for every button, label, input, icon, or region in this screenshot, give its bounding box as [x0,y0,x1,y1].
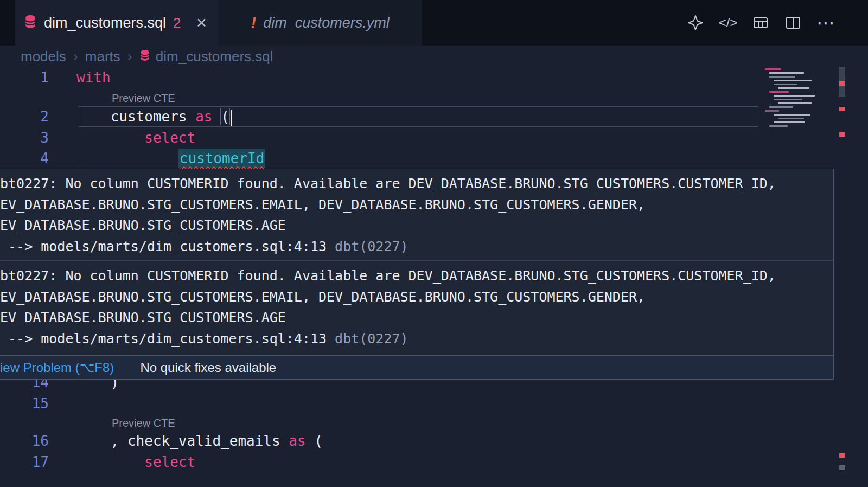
diagnostic-text: EV_DATABASE.BRUNO.STG_CUSTOMERS.EMAIL, D… [0,195,833,216]
line-number: 2 [0,106,50,127]
modified-badge: 2 [173,15,181,31]
code-lens: Preview CTE [0,88,868,107]
tab-label: dim_customers.sql [44,15,166,31]
editor-actions: </> ⋯ [686,0,868,46]
breadcrumb-filename: dim_customers.sql [156,48,273,65]
close-icon[interactable]: ✕ [194,14,209,32]
code-token [76,454,144,470]
code-token [76,150,178,166]
code-lens-label[interactable]: Preview CTE [112,417,175,429]
code-lens-label[interactable]: Preview CTE [112,92,175,104]
code-text: with [76,69,111,86]
diagnostic-message: bt0227: No column CUSTOMERID found. Avai… [0,174,833,257]
breadcrumb-models[interactable]: models [21,48,66,65]
code-line: 17 select [0,452,868,473]
diagnostic-location-link[interactable]: --> models/marts/dim_customers.sql:4:13 [0,239,327,254]
code-line: 15 [0,393,868,414]
error-identifier: customerId [178,149,266,168]
diagnostic-text: bt0227: No column CUSTOMERID found. Avai… [0,266,833,287]
diagnostic-text: bt0227: No column CUSTOMERID found. Avai… [0,174,833,195]
database-icon [139,48,150,65]
current-line-highlight [79,106,758,127]
code-token: as [289,433,305,449]
breadcrumb: models › marts › dim_customers.sql [0,46,868,67]
diagnostic-location-line: --> models/marts/dim_customers.sql:4:13 … [0,236,833,258]
code-lens: Preview CTE [0,414,868,431]
diagnostic-location-line: --> models/marts/dim_customers.sql:4:13 … [0,329,833,350]
line-number: 4 [0,148,50,169]
line-number: 17 [0,452,50,473]
code-token: select [144,454,195,470]
breadcrumb-file[interactable]: dim_customers.sql [139,48,273,65]
code-line: 3 select [0,127,868,149]
code-token: with [76,69,111,86]
code-text: customerId [76,150,265,166]
diagnostics-list: bt0227: No column CUSTOMERID found. Avai… [0,169,833,349]
line-number: 16 [0,431,50,452]
tab-dim-customers-sql[interactable]: dim_customers.sql 2 ✕ [15,0,218,46]
code-text: select [76,130,195,146]
diagnostic-location-link[interactable]: --> models/marts/dim_customers.sql:4:13 [0,331,327,347]
hover-footer: iew Problem (⌥F8) No quick fixes availab… [0,355,833,379]
query-results-icon[interactable] [751,13,770,33]
no-quick-fixes-text: No quick fixes available [140,360,276,375]
breadcrumb-marts[interactable]: marts [85,48,120,65]
code-lines-bottom: 14 )15Preview CTE16 , check_valid_emails… [0,372,868,472]
diagnostic-text: EV_DATABASE.BRUNO.STG_CUSTOMERS.AGE [0,215,833,236]
line-number: 15 [0,393,50,414]
chevron-right-icon: › [73,48,78,65]
error-icon: ! [251,14,256,32]
code-line: 16 , check_valid_emails as ( [0,431,868,452]
view-problem-link[interactable]: iew Problem (⌥F8) [0,360,114,375]
diagnostic-text: EV_DATABASE.BRUNO.STG_CUSTOMERS.AGE [0,307,833,329]
tab-dim-customers-yml[interactable]: ! dim_customers.yml [218,0,422,46]
editor-window: dim_customers.sql 2 ✕ ! dim_customers.ym… [0,0,868,487]
diagnostic-message: bt0227: No column CUSTOMERID found. Avai… [0,266,833,349]
diagnostic-source: dbt(0227) [327,331,409,347]
code-icon[interactable]: </> [718,13,738,33]
code-token: ( [306,433,323,449]
code-line: 4 customerId [0,148,868,169]
dbt-icon[interactable] [686,13,705,33]
database-icon [24,15,37,31]
code-text: select [76,454,195,470]
code-text: , check_valid_emails as ( [76,433,323,449]
more-actions-icon[interactable]: ⋯ [816,13,835,33]
tab-bar: dim_customers.sql 2 ✕ ! dim_customers.ym… [0,0,868,46]
code-token: , check_valid_emails [76,433,289,449]
diagnostic-source: dbt(0227) [327,239,409,254]
code-token [76,130,144,146]
chevron-right-icon: › [127,48,132,65]
code-line: 1with [0,67,868,88]
tab-label: dim_customers.yml [263,15,390,31]
code-token: select [144,130,195,146]
line-number: 1 [0,67,50,88]
line-number: 3 [0,127,50,149]
split-editor-icon[interactable] [783,13,803,33]
hover-widget: bt0227: No column CUSTOMERID found. Avai… [0,169,834,380]
diagnostic-text: EV_DATABASE.BRUNO.STG_CUSTOMERS.EMAIL, D… [0,287,833,308]
hover-divider [0,260,833,261]
